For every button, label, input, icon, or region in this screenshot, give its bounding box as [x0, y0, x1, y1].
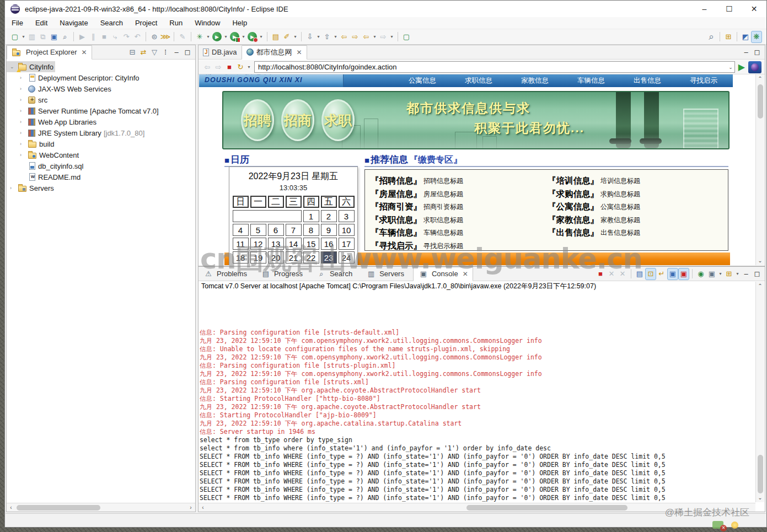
previous-annotation-button[interactable]: ⇦: [339, 31, 350, 43]
word-wrap-button[interactable]: ↵: [656, 268, 667, 280]
tab-db-java[interactable]: DB.java: [199, 45, 242, 60]
scroll-down-icon[interactable]: ⌄: [758, 256, 762, 265]
recommend-item[interactable]: 『公寓信息』 公寓信息标题: [548, 201, 725, 214]
chevron-icon[interactable]: ›: [20, 130, 28, 136]
save-all-button[interactable]: ⧉: [37, 31, 49, 43]
tree-item[interactable]: ⌄ CityInfo: [7, 61, 55, 72]
browser-back-button[interactable]: ⇦: [202, 61, 213, 73]
back-history-dropdown[interactable]: ▾: [372, 31, 378, 43]
open-console-button[interactable]: ▣: [49, 31, 60, 43]
display-selected-console-button[interactable]: ▣: [706, 268, 717, 280]
recommend-item[interactable]: 『求职信息』 求职信息标题: [371, 214, 548, 227]
tree-item[interactable]: › WebContent: [7, 149, 195, 160]
scroll-right-icon[interactable]: ›: [186, 504, 195, 510]
save-button[interactable]: ▥: [26, 31, 37, 43]
tab-project-explorer[interactable]: Project Explorer ✕: [7, 45, 92, 60]
open-perspective-button[interactable]: ⊞: [723, 31, 734, 43]
close-view-icon[interactable]: ✕: [81, 49, 87, 56]
mark-occurrences-button[interactable]: ✎: [177, 31, 188, 43]
step-into-button[interactable]: ⤷: [110, 31, 121, 43]
minimize-view-button[interactable]: –: [171, 46, 182, 58]
pin-editor-button[interactable]: ▢: [401, 31, 412, 43]
recommend-item[interactable]: 『招聘信息』 招聘信息标题: [371, 175, 548, 188]
search-button[interactable]: ⌕: [706, 31, 717, 43]
recommend-item[interactable]: 『求购信息』 求购信息标题: [548, 188, 725, 201]
tree-item[interactable]: › Servers: [7, 182, 195, 194]
scroll-down-icon[interactable]: ⌄: [758, 493, 762, 502]
site-nav-link[interactable]: 公寓信息: [409, 76, 436, 85]
web-browser-icon[interactable]: [748, 61, 761, 73]
external-tools-dropdown[interactable]: ▾: [292, 31, 298, 43]
debug-button[interactable]: ✳: [194, 31, 205, 43]
recommend-item[interactable]: 『家教信息』 家教信息标题: [548, 214, 725, 227]
suspend-button[interactable]: ∥: [88, 31, 99, 43]
maximize-editor-button[interactable]: ◻: [752, 46, 763, 58]
use-step-filters-button[interactable]: ⋙: [160, 31, 171, 43]
perspective-active-button[interactable]: ❋: [751, 31, 762, 43]
toolbar-icon[interactable]: [73, 32, 74, 41]
banner-button[interactable]: 求职: [321, 99, 355, 141]
chevron-icon[interactable]: ›: [20, 141, 28, 147]
scroll-up-icon[interactable]: ⌃: [758, 282, 762, 291]
filter-button[interactable]: ▽: [149, 46, 160, 58]
scroll-up-icon[interactable]: ⌃: [758, 74, 762, 83]
terminate-button[interactable]: ■: [99, 31, 110, 43]
export-dropdown[interactable]: ▾: [332, 31, 339, 43]
maximize-window-button[interactable]: ☐: [717, 1, 742, 17]
coverage-button[interactable]: ▶: [230, 32, 239, 41]
recommend-item[interactable]: 『出售信息』 出售信息标题: [548, 227, 725, 240]
chevron-icon[interactable]: ›: [10, 185, 18, 191]
chevron-icon[interactable]: ›: [20, 97, 28, 103]
run-dropdown[interactable]: ▾: [223, 31, 229, 43]
display-console-dropdown[interactable]: ▾: [717, 268, 723, 280]
show-console-stdout-button[interactable]: ▣: [667, 268, 678, 280]
toolbar-icon[interactable]: [398, 32, 398, 41]
coverage-dropdown[interactable]: ▾: [240, 31, 246, 43]
back-history-button[interactable]: ⇦: [361, 31, 372, 43]
validate-button[interactable]: ⌕: [60, 31, 71, 43]
menu-item[interactable]: Window: [195, 19, 220, 27]
site-nav-link[interactable]: 求职信息: [465, 76, 492, 85]
menu-item[interactable]: Edit: [35, 19, 47, 27]
scroll-left-icon[interactable]: ‹: [7, 504, 15, 510]
scroll-thumb[interactable]: [466, 505, 627, 510]
tree-item[interactable]: › JAX-WS Web Services: [7, 83, 195, 94]
browser-vscrollbar[interactable]: ⌃ ⌄: [755, 74, 764, 265]
toolbar-icon[interactable]: [191, 32, 191, 41]
profile-button[interactable]: ▶: [248, 32, 257, 41]
recommend-item[interactable]: 『房屋信息』 房屋信息标题: [371, 188, 548, 201]
chevron-icon[interactable]: ›: [20, 86, 28, 92]
menu-item[interactable]: Navigate: [60, 19, 88, 27]
banner-button[interactable]: 招商: [281, 99, 314, 141]
menu-item[interactable]: Search: [100, 19, 123, 27]
go-button[interactable]: ▶: [738, 62, 745, 72]
browser-forward-button[interactable]: ⇨: [213, 61, 224, 73]
open-console-button[interactable]: ⊞: [723, 268, 734, 280]
tree-item[interactable]: README.md: [7, 171, 195, 182]
site-nav-link[interactable]: 家教信息: [521, 76, 549, 85]
console-vscrollbar[interactable]: ⌃ ⌄: [755, 282, 764, 502]
resume-button[interactable]: ▶: [77, 31, 88, 43]
toolbar-icon[interactable]: [267, 32, 267, 41]
close-tab-icon[interactable]: ✕: [297, 49, 302, 56]
chevron-icon[interactable]: ›: [20, 108, 28, 114]
import-dropdown[interactable]: ▾: [315, 31, 321, 43]
recommend-item[interactable]: 『车辆信息』 车辆信息标题: [371, 227, 548, 240]
recommend-item[interactable]: 『招商引资』 招商引资标题: [371, 201, 548, 214]
external-tools-button[interactable]: ✐: [281, 31, 292, 43]
site-nav-link[interactable]: 出售信息: [634, 76, 661, 85]
scroll-thumb[interactable]: [17, 505, 100, 510]
toolbar-icon[interactable]: [720, 32, 720, 41]
step-return-button[interactable]: ↶: [132, 31, 143, 43]
url-input[interactable]: [254, 61, 735, 73]
browser-refresh-button[interactable]: ↻: [235, 61, 246, 73]
new-wizard-button[interactable]: ▢: [9, 31, 20, 43]
tree-item[interactable]: › src: [7, 94, 195, 105]
toolbar-icon[interactable]: [174, 32, 174, 41]
chevron-icon[interactable]: ›: [20, 75, 28, 80]
site-nav-link[interactable]: 寻找启示: [690, 76, 717, 85]
scroll-thumb[interactable]: [758, 455, 763, 493]
tab-browser[interactable]: 都市信息网 ✕: [242, 45, 307, 60]
minimize-view-button[interactable]: –: [741, 268, 752, 280]
tree-item[interactable]: › Server Runtime [Apache Tomcat v7.0]: [7, 105, 195, 116]
